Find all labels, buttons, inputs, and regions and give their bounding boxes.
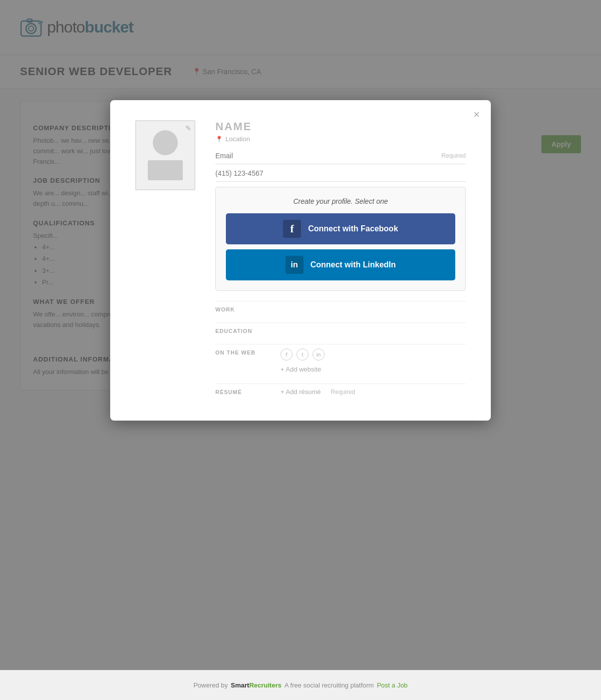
education-label: EDUCATION [215,327,280,334]
profile-photo-area: ✎ [135,120,200,396]
name-placeholder-text: NAME [215,120,466,133]
profile-select-title: Create your profile. Select one [226,197,455,205]
profile-photo-box[interactable]: ✎ [135,120,195,190]
profile-select-box: Create your profile. Select one f Connec… [215,187,466,291]
facebook-button-label: Connect with Facebook [308,224,398,233]
location-display: 📍 Location [215,135,466,143]
phone-row [215,169,466,182]
location-text: Location [225,135,250,143]
modal-overlay: × ✎ NAME 📍 Location [0,0,601,700]
photo-edit-icon: ✎ [185,124,191,132]
linkedin-button-label: Connect with LinkedIn [311,260,396,269]
page-footer: Powered by SmartRecruiters A free social… [0,670,601,700]
location-pin-icon: 📍 [215,136,223,143]
avatar-placeholder-body [148,160,183,180]
powered-by-text: Powered by [193,681,228,689]
footer-tagline: A free social recruiting platform [284,681,374,689]
web-content: f t in + Add website [280,348,466,374]
web-section-row: ON THE WEB f t in + Add website [215,344,466,374]
resume-label: RÉSUMÉ [215,388,280,395]
application-modal: × ✎ NAME 📍 Location [110,100,491,421]
resume-section-row: RÉSUMÉ + Add résumé Required [215,384,466,396]
modal-close-button[interactable]: × [473,109,480,120]
resume-content: + Add résumé Required [280,388,466,396]
work-label: WORK [215,305,280,312]
phone-input[interactable] [215,169,466,177]
connect-linkedin-button[interactable]: in Connect with LinkedIn [226,249,455,280]
smartrecruiters-brand: SmartRecruiters [231,681,281,689]
email-row: Required [215,152,466,164]
avatar-placeholder-head [153,130,178,155]
twitter-social-icon[interactable]: t [296,348,309,361]
resume-required-label: Required [331,389,356,396]
add-resume-link[interactable]: + Add résumé [280,388,321,396]
facebook-icon: f [283,220,301,238]
education-section-row: EDUCATION [215,322,466,334]
post-job-link[interactable]: Post a Job [377,681,407,689]
form-area: NAME 📍 Location Required Create yo [215,120,466,396]
connect-facebook-button[interactable]: f Connect with Facebook [226,213,455,244]
modal-body: ✎ NAME 📍 Location Required [135,120,466,396]
web-label: ON THE WEB [215,348,280,356]
add-website-link[interactable]: + Add website [280,366,321,373]
add-resume-row: + Add résumé Required [280,388,466,396]
linkedin-social-icon[interactable]: in [313,348,325,361]
work-section-row: WORK [215,301,466,312]
email-input[interactable] [215,152,436,160]
linkedin-icon: in [285,256,304,274]
email-required-label: Required [441,152,466,159]
social-icons-row: f t in [280,348,466,361]
facebook-social-icon[interactable]: f [280,348,292,361]
